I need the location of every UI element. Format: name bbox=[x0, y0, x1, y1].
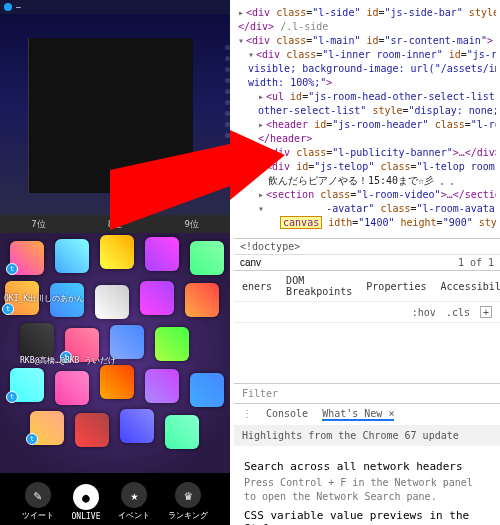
rank-cell[interactable]: 8位 bbox=[77, 218, 154, 231]
tab-whats-new[interactable]: What's New × bbox=[322, 408, 394, 421]
avatar-area[interactable]: t t OKI_K出川しのあかん t RKB@高橋…@RKB ういだけ t t bbox=[0, 233, 230, 473]
crown-icon: ♛ bbox=[175, 482, 201, 508]
dom-line: other-select-list" style="display: none;… bbox=[238, 104, 496, 118]
dom-line[interactable]: ▾xxxxxxxxxx-avatar" class="l-room-avatar… bbox=[238, 202, 496, 216]
plus-icon[interactable]: + bbox=[480, 306, 492, 318]
avatar[interactable] bbox=[100, 365, 134, 399]
btn-label: イベント bbox=[118, 510, 150, 521]
twitter-icon[interactable] bbox=[4, 3, 12, 11]
avatar[interactable] bbox=[145, 369, 179, 403]
wn-text: Press Control + F in the Network panel t… bbox=[244, 476, 490, 503]
filter-placeholder: Filter bbox=[242, 388, 278, 399]
avatar[interactable] bbox=[100, 235, 134, 269]
drawer-menu-icon[interactable]: ⋮ bbox=[242, 408, 252, 421]
btn-label: ONLIVE bbox=[72, 512, 101, 521]
tweet-button[interactable]: ✎ツイート bbox=[22, 482, 54, 521]
avatar[interactable] bbox=[140, 281, 174, 315]
avatar[interactable] bbox=[120, 409, 154, 443]
tab-dom-breakpoints[interactable]: DOM Breakpoints bbox=[286, 275, 352, 297]
breadcrumb[interactable]: <!doctype> bbox=[234, 238, 500, 254]
avatar[interactable] bbox=[190, 241, 224, 275]
dom-line: width: 100%;"> bbox=[238, 76, 496, 90]
twitter-icon[interactable]: t bbox=[2, 303, 14, 315]
avatar[interactable] bbox=[55, 239, 89, 273]
avatar[interactable] bbox=[190, 373, 224, 407]
side-dots bbox=[225, 45, 230, 160]
close-icon[interactable]: × bbox=[388, 408, 394, 419]
styles-controls: :hov .cls + bbox=[234, 301, 500, 323]
video-area[interactable]: 11位 bbox=[28, 38, 193, 193]
avatar[interactable] bbox=[95, 285, 129, 319]
avatar[interactable] bbox=[145, 237, 179, 271]
pencil-icon: ✎ bbox=[25, 482, 51, 508]
dom-line[interactable]: ▸<ul id="js-room-head-other-select-list"… bbox=[238, 90, 496, 104]
ranking-button[interactable]: ♛ランキング bbox=[168, 482, 208, 521]
cls-toggle[interactable]: .cls bbox=[446, 307, 470, 318]
whats-new-body: Search across all network headers Press … bbox=[234, 446, 500, 525]
dom-line: </div> /.l-side bbox=[238, 20, 496, 34]
breadcrumb-text: <!doctype> bbox=[240, 241, 300, 252]
username: OKI_K出川しのあかん bbox=[4, 293, 84, 304]
avatar[interactable] bbox=[110, 325, 144, 359]
topbar-text: — bbox=[16, 3, 21, 12]
devtools-panel: ▸<div class="l-side" id="js-side-bar" st… bbox=[234, 0, 500, 525]
tab-accessibility[interactable]: Accessibility bbox=[441, 281, 500, 292]
dom-line[interactable]: ▸<div class="l-publicity-banner">…</div> bbox=[238, 146, 496, 160]
find-count: 1 of 1 bbox=[458, 257, 494, 268]
wn-heading: Search across all network headers bbox=[244, 460, 490, 473]
tab-console[interactable]: Console bbox=[266, 408, 308, 421]
dot-icon: ● bbox=[73, 484, 99, 510]
dom-line: </header> bbox=[238, 132, 496, 146]
event-button[interactable]: ★イベント bbox=[118, 482, 150, 521]
bottom-bar: ✎ツイート ●ONLIVE ★イベント ♛ランキング bbox=[0, 473, 230, 525]
whats-new-header: Highlights from the Chrome 67 update bbox=[234, 425, 500, 446]
rank-cell[interactable]: 7位 bbox=[0, 218, 77, 231]
styles-filter[interactable]: Filter bbox=[234, 383, 500, 403]
btn-label: ツイート bbox=[22, 510, 54, 521]
avatar[interactable] bbox=[75, 413, 109, 447]
dom-line[interactable]: ▾<div class="l-inner room-inner" id="js-… bbox=[238, 48, 496, 62]
twitter-icon[interactable]: t bbox=[6, 391, 18, 403]
avatar[interactable] bbox=[165, 415, 199, 449]
dom-line: visible; background-image: url("/assets/… bbox=[238, 62, 496, 76]
hov-toggle[interactable]: :hov bbox=[412, 307, 436, 318]
dom-line[interactable]: ▾<div class="l-main" id="sr-content-main… bbox=[238, 34, 496, 48]
wn-heading: CSS variable value previews in the Style… bbox=[244, 509, 490, 525]
username: RKB@高橋…@RKB ういだけ bbox=[20, 355, 116, 366]
styles-tabs: eners DOM Breakpoints Properties Accessi… bbox=[234, 270, 500, 301]
star-icon: ★ bbox=[121, 482, 147, 508]
canvas-tag-highlight: canvas bbox=[280, 216, 322, 229]
tab-properties[interactable]: Properties bbox=[366, 281, 426, 292]
tab-label: What's New bbox=[322, 408, 382, 419]
dom-line[interactable]: ▾<div id="js-telop" class="l-telop room-… bbox=[238, 160, 496, 174]
dom-tree[interactable]: ▸<div class="l-side" id="js-side-bar" st… bbox=[234, 0, 500, 238]
find-bar: 1 of 1 bbox=[234, 254, 500, 270]
dom-text: 飲んだらピアノやる！15:40まで☆彡 。。 bbox=[238, 174, 496, 188]
find-input[interactable] bbox=[240, 257, 300, 268]
rank-cell[interactable]: 9位 bbox=[153, 218, 230, 231]
dom-line[interactable]: ▸<section class="l-room-video">…</sectio… bbox=[238, 188, 496, 202]
onlive-button[interactable]: ●ONLIVE bbox=[72, 484, 101, 521]
rank-row: 7位 8位 9位 bbox=[0, 215, 230, 233]
twitter-icon[interactable]: t bbox=[26, 433, 38, 445]
avatar[interactable] bbox=[20, 323, 54, 357]
room-panel: — 11位 7位 8位 9位 t t OKI_K出川しのあかん t RKB@高橋… bbox=[0, 0, 230, 525]
dom-line-canvas[interactable]: canvas idth="1400" height="900" style="c… bbox=[238, 216, 496, 230]
rank-badge: 11位 bbox=[161, 173, 189, 189]
tab-listeners[interactable]: eners bbox=[242, 281, 272, 292]
avatar[interactable] bbox=[55, 371, 89, 405]
room-topbar: — bbox=[0, 0, 230, 14]
twitter-icon[interactable]: t bbox=[6, 263, 18, 275]
avatar[interactable] bbox=[185, 283, 219, 317]
btn-label: ランキング bbox=[168, 510, 208, 521]
dom-line[interactable]: ▸<div class="l-side" id="js-side-bar" st… bbox=[238, 6, 496, 20]
dom-line[interactable]: ▸<header id="js-room-header" class="l-ro… bbox=[238, 118, 496, 132]
styles-body[interactable] bbox=[234, 323, 500, 383]
drawer-tabs: ⋮ Console What's New × bbox=[234, 403, 500, 425]
avatar[interactable] bbox=[155, 327, 189, 361]
